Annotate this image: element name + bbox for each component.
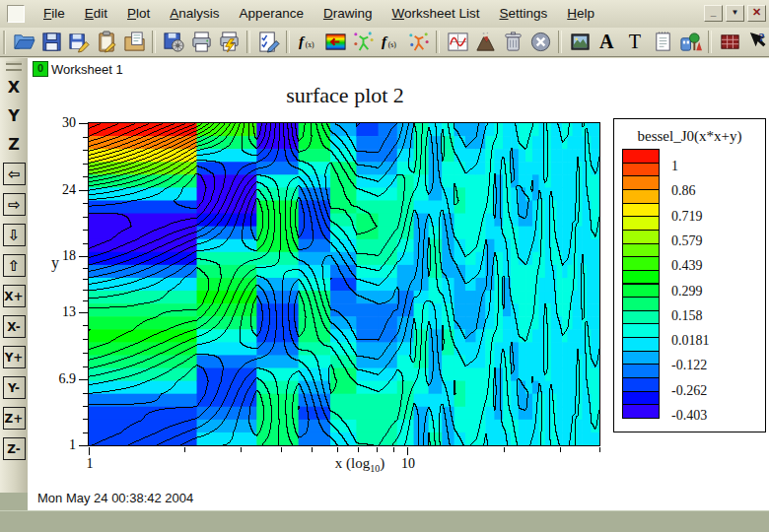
worksheet-properties-button[interactable]: [254, 29, 282, 56]
surface-plot-canvas[interactable]: [88, 122, 600, 446]
shift-down-button[interactable]: ⇩: [3, 224, 26, 246]
title-text-button[interactable]: T: [621, 29, 649, 56]
whats-this-button[interactable]: ?: [743, 29, 769, 56]
new-3d-curve-plot-button[interactable]: [404, 29, 432, 56]
svg-text:T: T: [628, 31, 640, 52]
y-axis-minor-tick: [83, 406, 88, 407]
legend-color-segment: [622, 337, 660, 352]
plot-tool-sidebar: XYZ⇦⇨⇩⇧X+X-Y+Y-Z+Z-: [0, 58, 28, 493]
delete-button[interactable]: [499, 29, 526, 56]
grid-settings-button[interactable]: [716, 29, 743, 56]
toolbar-separator: [286, 31, 290, 53]
menu-item-analysis[interactable]: Analysis: [160, 0, 229, 28]
zoom-y-out-button[interactable]: Y-: [3, 376, 26, 399]
new-2d-function-plot-button[interactable]: f(x): [294, 29, 321, 56]
plot-editor-button[interactable]: [444, 29, 471, 56]
legend-color-segment: [622, 149, 660, 164]
minimize-button[interactable]: _: [704, 5, 723, 22]
print-icon: [190, 31, 213, 53]
menu-item-drawing[interactable]: Drawing: [314, 0, 383, 28]
legend-color-segment: [622, 391, 660, 406]
legend-value-label: 0.86: [671, 183, 696, 199]
y-axis-minor-tick: [83, 230, 88, 231]
menu-item-plot[interactable]: Plot: [117, 0, 160, 28]
toolbar-grip[interactable]: [3, 31, 6, 54]
legend-box: bessel_J0(x*x+y) 10.860.7190.5790.4390.2…: [613, 118, 766, 432]
x-axis-title-text: x (log: [335, 455, 370, 471]
worksheet-tab[interactable]: 0 Worksheet 1: [33, 61, 123, 77]
zoom-y-in-button[interactable]: Y+: [3, 346, 26, 368]
delete-icon: [502, 31, 524, 53]
shift-left-button[interactable]: ⇦: [3, 163, 26, 185]
y-axis-major-tick: [79, 190, 88, 191]
x-axis-minor-tick: [393, 447, 394, 452]
legend-color-segment: [622, 189, 660, 204]
legend-color-segment: [622, 284, 660, 299]
menu-item-apperance[interactable]: Apperance: [230, 0, 314, 28]
screenshot-button[interactable]: [566, 29, 594, 56]
legend-color-segment: [622, 351, 660, 366]
close-button[interactable]: ✕: [747, 5, 766, 22]
copy-icon: [123, 31, 146, 53]
legend-color-segment: [622, 310, 660, 325]
legend-value-label: 0.299: [671, 284, 703, 299]
sidebar-grip[interactable]: [6, 61, 22, 71]
toolbar-buttons: f(x)f(s)AT?: [10, 29, 769, 56]
toolbar-separator: [558, 31, 562, 53]
menu-item-file[interactable]: File: [34, 0, 75, 28]
menu-item-edit[interactable]: Edit: [75, 0, 117, 28]
save-edit-button[interactable]: [65, 29, 93, 56]
open-button[interactable]: [10, 29, 37, 56]
menu-item-help[interactable]: Help: [557, 0, 604, 28]
legend-value-label: -0.262: [671, 383, 707, 399]
svg-text:(s): (s): [387, 40, 396, 49]
copy-button[interactable]: [120, 29, 148, 56]
legend-icon: [679, 31, 702, 53]
paste-button[interactable]: [93, 29, 120, 56]
shift-up-button[interactable]: ⇧: [3, 254, 26, 277]
legend-value-label: 0.0181: [671, 333, 710, 349]
print-quick-button[interactable]: [215, 29, 243, 56]
close-worksheet-button[interactable]: [526, 29, 554, 56]
project-notes-button[interactable]: [649, 29, 676, 56]
zoom-z-out-button[interactable]: Z-: [3, 437, 26, 460]
legend-color-segment: [622, 256, 660, 271]
new-3d-function-plot-button[interactable]: f(s): [377, 29, 404, 56]
zoom-x-out-button[interactable]: X-: [3, 315, 26, 338]
print-quick-icon: [218, 31, 241, 53]
y-axis-tick-label: 24: [43, 182, 76, 198]
x-axis-tool-button[interactable]: X: [8, 77, 20, 100]
x-axis-minor-tick: [337, 447, 338, 452]
menu-item-worksheet-list[interactable]: Worksheet List: [382, 0, 489, 28]
export-button[interactable]: [160, 29, 187, 56]
x-axis-minor-tick: [312, 447, 313, 452]
new-surface-plot-button[interactable]: [321, 29, 349, 56]
legend-color-segment: [622, 216, 660, 231]
y-axis-tool-button[interactable]: Y: [8, 105, 20, 129]
new-3d-scatter-plot-button[interactable]: [349, 29, 377, 56]
z-axis-tool-button[interactable]: Z: [8, 134, 20, 158]
svg-text:A: A: [598, 31, 613, 52]
export-icon: [163, 31, 185, 53]
legend-color-segment: [622, 297, 660, 311]
zoom-z-in-button[interactable]: Z+: [3, 407, 26, 430]
save-button[interactable]: [37, 29, 65, 56]
paste-icon: [96, 31, 118, 53]
print-button[interactable]: [187, 29, 215, 56]
legend-color-segment: [622, 323, 660, 338]
y-axis-minor-tick: [83, 203, 88, 204]
shade-button[interactable]: ▼: [726, 5, 744, 22]
peak-fit-button[interactable]: [471, 29, 499, 56]
status-datetime: Mon May 24 00:38:42 2004: [37, 491, 193, 505]
y-axis-tick-label: 13: [43, 304, 76, 320]
app-icon[interactable]: [7, 5, 25, 23]
shift-right-button[interactable]: ⇨: [3, 193, 26, 216]
x-axis-minor-tick: [281, 447, 282, 452]
zoom-x-in-button[interactable]: X+: [3, 285, 26, 307]
legend-title: bessel_J0(x*x+y): [614, 128, 765, 145]
menu-item-settings[interactable]: Settings: [490, 0, 558, 28]
y-axis-tick-label: 1: [43, 437, 76, 453]
legend-button[interactable]: [676, 29, 704, 56]
x-axis-minor-tick: [560, 447, 561, 452]
font-button[interactable]: A: [594, 29, 621, 56]
